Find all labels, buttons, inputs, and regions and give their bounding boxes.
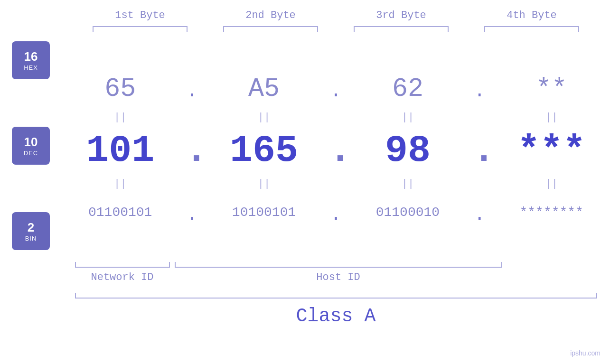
eq1-cell-4: || <box>499 112 604 123</box>
hex-value-1: 65 <box>104 74 136 104</box>
eq2-cell-2: || <box>212 178 316 190</box>
bin-value-4: ******** <box>520 205 583 220</box>
id-labels-row: Network ID Host ID <box>75 271 597 283</box>
class-label: Class A <box>75 306 597 327</box>
network-id-label: Network ID <box>75 271 170 283</box>
bin-badge-label: BIN <box>25 235 37 242</box>
hex-cell-3: 62 <box>356 74 460 104</box>
byte-label-4: 4th Byte <box>479 9 584 21</box>
dec-dot-3: . <box>472 129 487 172</box>
eq2-cell-1: || <box>68 178 172 190</box>
byte-label-2: 2nd Byte <box>218 9 323 21</box>
eq1-cell-2: || <box>212 112 316 123</box>
bin-dot-1: . <box>185 204 199 225</box>
dec-value-4: *** <box>517 129 586 172</box>
hex-dot-3: . <box>472 81 487 102</box>
hex-badge-label: HEX <box>24 64 38 71</box>
equals-row-2: || || || || <box>62 174 610 193</box>
hex-dot-1: . <box>185 81 199 102</box>
bin-data-row: 01100101 . 10100101 . 01100010 . *******… <box>62 193 610 231</box>
hex-cell-4: ** <box>499 74 604 104</box>
dec-cell-4: *** <box>499 129 604 172</box>
main-container: 1st Byte 2nd Byte 3rd Byte 4th Byte 16 H… <box>0 0 610 364</box>
bin-value-1: 01100101 <box>88 205 152 220</box>
bracket-bottom-network <box>75 262 170 268</box>
watermark: ipshu.com <box>570 349 601 357</box>
dec-data-row: 101 . 165 . 98 . *** <box>62 127 610 174</box>
dec-badge: 10 DEC <box>12 127 50 165</box>
dec-value-3: 98 <box>385 129 431 172</box>
dec-cell-3: 98 <box>356 129 460 172</box>
data-rows-column: 65 . A5 . 62 . ** || || <box>62 70 610 231</box>
equals-row-1: || || || || <box>62 108 610 127</box>
hex-cell-2: A5 <box>212 74 316 104</box>
bracket-top-3 <box>354 26 449 32</box>
host-id-label: Host ID <box>175 271 502 283</box>
eq1-cell-3: || <box>356 112 460 123</box>
hex-data-row: 65 . A5 . 62 . ** <box>62 70 610 108</box>
dec-badge-num: 10 <box>24 135 38 149</box>
dec-cell-1: 101 <box>68 129 172 172</box>
byte-labels-row: 1st Byte 2nd Byte 3rd Byte 4th Byte <box>75 9 597 21</box>
eq2-cell-3: || <box>356 178 460 190</box>
bin-cell-3: 01100010 <box>356 205 460 220</box>
hex-value-4: ** <box>536 74 567 104</box>
bin-dot-3: . <box>472 204 487 225</box>
badges-column: 16 HEX 10 DEC 2 BIN <box>0 41 62 260</box>
dec-value-2: 165 <box>230 129 298 172</box>
bin-value-2: 10100101 <box>232 205 296 220</box>
byte-label-3: 3rd Byte <box>349 9 453 21</box>
dec-dot-2: . <box>328 129 343 172</box>
bin-cell-4: ******** <box>499 205 604 220</box>
bin-badge: 2 BIN <box>12 212 50 250</box>
bracket-bottom-host <box>175 262 502 268</box>
byte-label-1: 1st Byte <box>88 9 192 21</box>
bin-value-3: 01100010 <box>376 205 440 220</box>
dec-dot-1: . <box>185 129 199 172</box>
hex-cell-1: 65 <box>68 74 172 104</box>
bottom-brackets-row <box>75 262 597 268</box>
hex-value-2: A5 <box>248 74 280 104</box>
bracket-full-bottom <box>75 293 597 299</box>
eq2-cell-4: || <box>499 178 604 190</box>
hex-value-3: 62 <box>392 74 423 104</box>
bin-cell-1: 01100101 <box>68 205 172 220</box>
main-content-area: 16 HEX 10 DEC 2 BIN 65 . <box>0 41 610 260</box>
bracket-top-4 <box>484 26 579 32</box>
bin-dot-2: . <box>328 204 343 225</box>
hex-dot-2: . <box>328 81 343 102</box>
hex-badge: 16 HEX <box>12 41 50 79</box>
bottom-bracket-full-section: Class A <box>75 293 597 327</box>
bin-cell-2: 10100101 <box>212 205 316 220</box>
bracket-top-2 <box>223 26 318 32</box>
bottom-section: Network ID Host ID <box>75 262 597 283</box>
top-brackets-row <box>75 26 597 32</box>
dec-cell-2: 165 <box>212 129 316 172</box>
hex-badge-num: 16 <box>24 49 38 64</box>
bracket-top-1 <box>93 26 188 32</box>
dec-badge-label: DEC <box>24 149 38 157</box>
eq1-cell-1: || <box>68 112 172 123</box>
bin-badge-num: 2 <box>28 220 34 235</box>
dec-value-1: 101 <box>86 129 154 172</box>
